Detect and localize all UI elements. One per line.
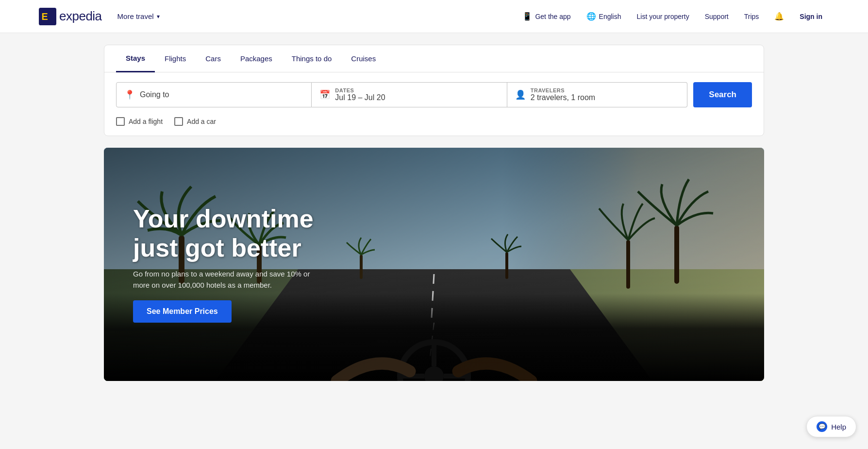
tab-packages[interactable]: Packages [231, 45, 282, 72]
english-button[interactable]: 🌐 English [580, 8, 628, 25]
travelers-input-inner: TRAVELERS 2 travelers, 1 room [531, 87, 595, 102]
dates-value: Jul 19 – Jul 20 [335, 93, 385, 102]
checkboxes-row: Add a flight Add a car [104, 115, 764, 136]
dates-label: DATES [335, 87, 385, 93]
globe-icon: 🌐 [586, 12, 596, 21]
search-tabs: Stays Flights Cars Packages Things to do… [104, 45, 764, 72]
notifications-button[interactable]: 🔔 [768, 8, 791, 25]
search-button-label: Search [709, 90, 736, 99]
search-card: Stays Flights Cars Packages Things to do… [104, 45, 764, 136]
trips-label: Trips [744, 13, 759, 20]
dates-input-inner: DATES Jul 19 – Jul 20 [335, 87, 385, 102]
add-flight-checkbox-box [116, 117, 125, 126]
hero-section: Your downtime just got better Go from no… [104, 148, 764, 381]
logo-icon: E [39, 8, 56, 25]
header-right: 📱 Get the app 🌐 English List your proper… [516, 8, 829, 25]
add-car-label: Add a car [187, 118, 216, 125]
hero-title-line2: just got better [133, 234, 301, 262]
chevron-down-icon: ▾ [157, 13, 160, 20]
sign-in-button[interactable]: Sign in [793, 9, 829, 24]
more-travel-button[interactable]: More travel ▾ [112, 8, 166, 24]
list-property-button[interactable]: List your property [630, 9, 696, 24]
hero-content: Your downtime just got better Go from no… [133, 205, 317, 323]
expedia-logo[interactable]: E expedia [39, 8, 102, 25]
travelers-label: TRAVELERS [531, 87, 595, 93]
tab-flights[interactable]: Flights [155, 45, 196, 72]
get-app-label: Get the app [535, 13, 570, 20]
hero-title: Your downtime just got better [133, 205, 317, 263]
destination-value: Going to [140, 90, 169, 99]
search-button[interactable]: Search [693, 82, 752, 107]
destination-input[interactable]: 📍 Going to [116, 82, 312, 107]
support-button[interactable]: Support [698, 9, 735, 24]
dates-input[interactable]: 📅 DATES Jul 19 – Jul 20 [312, 82, 507, 107]
tab-cruises[interactable]: Cruises [341, 45, 385, 72]
tab-stays[interactable]: Stays [116, 45, 155, 72]
sign-in-label: Sign in [800, 13, 822, 20]
add-flight-label: Add a flight [129, 118, 163, 125]
calendar-icon: 📅 [319, 89, 330, 100]
add-flight-checkbox[interactable]: Add a flight [116, 117, 163, 126]
destination-input-inner: Going to [140, 90, 169, 99]
english-label: English [599, 13, 621, 20]
header: E expedia More travel ▾ 📱 Get the app 🌐 … [0, 0, 868, 33]
location-icon: 📍 [124, 89, 135, 100]
phone-icon: 📱 [522, 12, 532, 21]
get-app-button[interactable]: 📱 Get the app [516, 8, 577, 25]
see-member-prices-button[interactable]: See Member Prices [133, 300, 232, 323]
tab-things-to-do[interactable]: Things to do [282, 45, 342, 72]
logo-text: expedia [59, 9, 102, 24]
hero-title-line1: Your downtime [133, 205, 314, 233]
help-button[interactable]: 💬 Help [806, 416, 856, 437]
list-property-label: List your property [637, 13, 689, 20]
add-car-checkbox[interactable]: Add a car [174, 117, 216, 126]
travelers-value: 2 travelers, 1 room [531, 93, 595, 102]
bell-icon: 🔔 [774, 12, 784, 21]
add-car-checkbox-box [174, 117, 183, 126]
person-icon: 👤 [515, 89, 526, 100]
travelers-input[interactable]: 👤 TRAVELERS 2 travelers, 1 room [507, 82, 688, 107]
trips-button[interactable]: Trips [737, 9, 766, 24]
tab-cars[interactable]: Cars [196, 45, 231, 72]
member-prices-label: See Member Prices [147, 307, 218, 315]
header-left: E expedia More travel ▾ [39, 8, 166, 25]
main-content: Stays Flights Cars Packages Things to do… [94, 45, 774, 381]
help-icon: 💬 [817, 421, 827, 432]
help-label: Help [831, 423, 846, 431]
svg-text:E: E [41, 11, 48, 22]
search-inputs-row: 📍 Going to 📅 DATES Jul 19 – Jul 20 👤 TRA… [104, 72, 764, 115]
more-travel-label: More travel [117, 12, 154, 20]
support-label: Support [705, 13, 729, 20]
hero-subtitle: Go from no plans to a weekend away and s… [133, 269, 317, 291]
